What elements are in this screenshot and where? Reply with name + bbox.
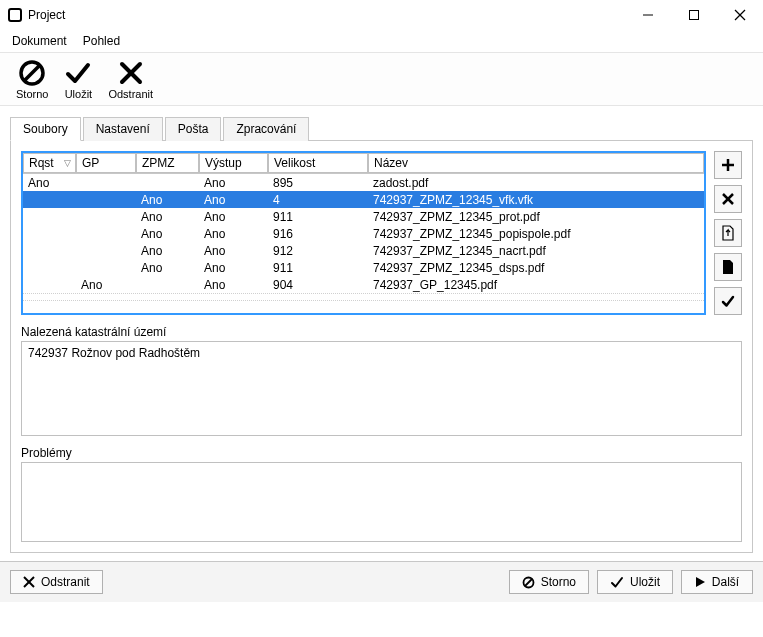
svg-line-5 bbox=[25, 66, 40, 81]
menubar: Dokument Pohled bbox=[0, 30, 763, 52]
tab-panel: Rqst▽ GP ZPMZ Výstup Velikost Název AnoA… bbox=[10, 141, 753, 553]
table-row[interactable]: AnoAno4742937_ZPMZ_12345_vfk.vfk bbox=[23, 191, 704, 208]
titlebar: Project bbox=[0, 0, 763, 30]
problems-label: Problémy bbox=[21, 446, 742, 460]
table-cell: 742937_ZPMZ_12345_dsps.pdf bbox=[368, 261, 704, 275]
bottom-bar: Odstranit Storno Uložit Další bbox=[0, 561, 763, 602]
file-grid[interactable]: Rqst▽ GP ZPMZ Výstup Velikost Název AnoA… bbox=[21, 151, 706, 315]
table-cell: Ano bbox=[136, 193, 199, 207]
menu-document[interactable]: Dokument bbox=[6, 32, 73, 50]
app-icon bbox=[8, 8, 22, 22]
table-cell: 895 bbox=[268, 176, 368, 190]
tabstrip: Soubory Nastavení Pošta Zpracování bbox=[10, 116, 753, 141]
close-button[interactable] bbox=[717, 0, 763, 30]
maximize-button[interactable] bbox=[671, 0, 717, 30]
found-territories-label: Nalezená katastrální území bbox=[21, 325, 742, 339]
table-row[interactable]: AnoAno911742937_ZPMZ_12345_prot.pdf bbox=[23, 208, 704, 225]
delete-button[interactable]: Odstranit bbox=[10, 570, 103, 594]
svg-marker-16 bbox=[696, 577, 705, 587]
table-cell: Ano bbox=[23, 176, 76, 190]
table-cell: Ano bbox=[136, 210, 199, 224]
table-cell: Ano bbox=[199, 210, 268, 224]
col-gp[interactable]: GP bbox=[76, 153, 136, 173]
table-cell: 742937_ZPMZ_12345_nacrt.pdf bbox=[368, 244, 704, 258]
table-row[interactable]: AnoAno912742937_ZPMZ_12345_nacrt.pdf bbox=[23, 242, 704, 259]
toolbar-ulozit[interactable]: Uložit bbox=[56, 56, 100, 102]
col-zpmz[interactable]: ZPMZ bbox=[136, 153, 199, 173]
minimize-button[interactable] bbox=[625, 0, 671, 30]
tab-soubory[interactable]: Soubory bbox=[10, 117, 81, 141]
table-cell: 911 bbox=[268, 261, 368, 275]
table-cell: Ano bbox=[199, 244, 268, 258]
svg-line-15 bbox=[525, 579, 532, 586]
grid-header: Rqst▽ GP ZPMZ Výstup Velikost Název bbox=[23, 153, 704, 174]
tab-posta[interactable]: Pošta bbox=[165, 117, 222, 141]
table-cell: 742937_ZPMZ_12345_vfk.vfk bbox=[368, 193, 704, 207]
tab-zpracovani[interactable]: Zpracování bbox=[223, 117, 309, 141]
table-row[interactable]: AnoAno904742937_GP_12345.pdf bbox=[23, 276, 704, 293]
toolbar: Storno Uložit Odstranit bbox=[0, 52, 763, 106]
col-nazev[interactable]: Název bbox=[368, 153, 704, 173]
sort-indicator-icon: ▽ bbox=[64, 158, 71, 168]
table-row[interactable]: AnoAno911742937_ZPMZ_12345_dsps.pdf bbox=[23, 259, 704, 276]
table-cell: Ano bbox=[199, 227, 268, 241]
toolbar-odstranit[interactable]: Odstranit bbox=[100, 56, 161, 102]
table-cell: 912 bbox=[268, 244, 368, 258]
toolbar-storno[interactable]: Storno bbox=[8, 56, 56, 102]
table-cell: 904 bbox=[268, 278, 368, 292]
x-icon bbox=[23, 576, 35, 588]
remove-button[interactable] bbox=[714, 185, 742, 213]
table-cell: Ano bbox=[199, 261, 268, 275]
table-cell: Ano bbox=[136, 244, 199, 258]
check-icon bbox=[610, 575, 624, 589]
window-buttons bbox=[625, 0, 763, 30]
table-cell: 4 bbox=[268, 193, 368, 207]
table-cell: 742937_GP_12345.pdf bbox=[368, 278, 704, 292]
file-button[interactable] bbox=[714, 253, 742, 281]
table-cell: 742937_ZPMZ_12345_prot.pdf bbox=[368, 210, 704, 224]
table-cell: 742937_ZPMZ_12345_popispole.pdf bbox=[368, 227, 704, 241]
col-velikost[interactable]: Velikost bbox=[268, 153, 368, 173]
col-vystup[interactable]: Výstup bbox=[199, 153, 268, 173]
add-button[interactable] bbox=[714, 151, 742, 179]
table-cell: 911 bbox=[268, 210, 368, 224]
table-cell: Ano bbox=[136, 261, 199, 275]
next-button[interactable]: Další bbox=[681, 570, 753, 594]
play-icon bbox=[695, 576, 706, 588]
tab-nastaveni[interactable]: Nastavení bbox=[83, 117, 163, 141]
ban-icon bbox=[18, 58, 46, 88]
save-button[interactable]: Uložit bbox=[597, 570, 673, 594]
table-cell: zadost.pdf bbox=[368, 176, 704, 190]
x-icon bbox=[118, 58, 144, 88]
col-rqst[interactable]: Rqst▽ bbox=[23, 153, 76, 173]
menu-view[interactable]: Pohled bbox=[77, 32, 126, 50]
table-cell: Ano bbox=[199, 176, 268, 190]
window-title: Project bbox=[28, 8, 625, 22]
svg-rect-1 bbox=[690, 11, 699, 20]
table-cell: Ano bbox=[199, 193, 268, 207]
export-file-button[interactable] bbox=[714, 219, 742, 247]
problems-field[interactable] bbox=[21, 462, 742, 542]
grid-footer-splitter[interactable] bbox=[23, 293, 704, 301]
table-row[interactable]: AnoAno916742937_ZPMZ_12345_popispole.pdf bbox=[23, 225, 704, 242]
table-cell: Ano bbox=[76, 278, 136, 292]
table-cell: Ano bbox=[136, 227, 199, 241]
content: Soubory Nastavení Pošta Zpracování Rqst▽… bbox=[0, 106, 763, 561]
ban-icon bbox=[522, 576, 535, 589]
table-cell: Ano bbox=[199, 278, 268, 292]
cancel-button[interactable]: Storno bbox=[509, 570, 589, 594]
grid-body: AnoAno895zadost.pdfAnoAno4742937_ZPMZ_12… bbox=[23, 174, 704, 293]
table-cell: 916 bbox=[268, 227, 368, 241]
table-row[interactable]: AnoAno895zadost.pdf bbox=[23, 174, 704, 191]
check-icon bbox=[64, 58, 92, 88]
grid-side-buttons bbox=[714, 151, 742, 315]
found-territories-field[interactable]: 742937 Rožnov pod Radhoštěm bbox=[21, 341, 742, 436]
confirm-button[interactable] bbox=[714, 287, 742, 315]
